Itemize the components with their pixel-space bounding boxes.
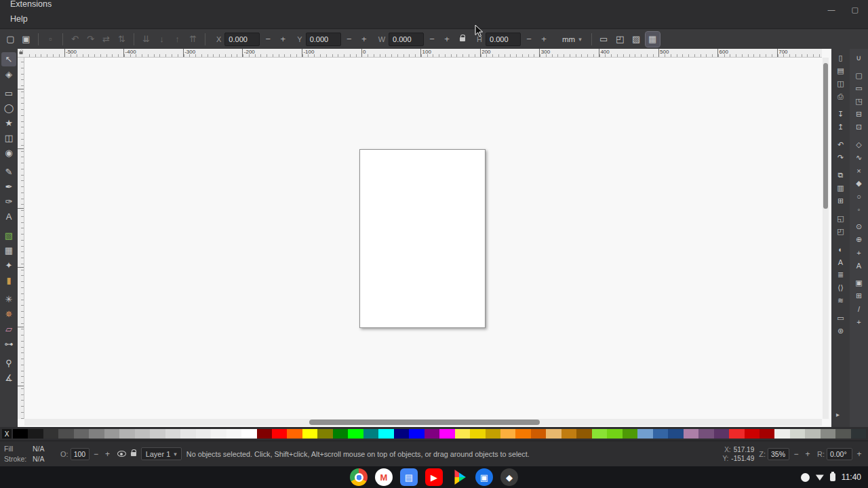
h-value-input[interactable]: 0.000 — [486, 33, 521, 46]
y-increase-button[interactable]: + — [357, 33, 371, 46]
minimize-icon[interactable]: — — [828, 5, 835, 14]
vertical-scrollbar[interactable] — [823, 58, 829, 419]
opacity-decrease-button[interactable]: − — [92, 448, 101, 460]
snap-others-toggle[interactable]: ⊙ — [852, 221, 866, 232]
palette-swatch[interactable] — [348, 429, 363, 439]
palette-swatch[interactable] — [425, 429, 439, 439]
copy-button[interactable]: ⧉ — [834, 169, 848, 181]
palette-swatch[interactable] — [394, 429, 409, 439]
snap-bbox-centers-toggle[interactable]: ⊡ — [852, 121, 866, 133]
horizontal-scrollbar[interactable] — [24, 419, 822, 426]
calligraphy-tool[interactable]: ✑ — [1, 195, 16, 209]
palette-swatch[interactable] — [531, 429, 546, 439]
selector-tool[interactable]: ↖ — [1, 52, 16, 66]
palette-swatch[interactable] — [745, 429, 760, 439]
palette-swatch[interactable] — [835, 429, 850, 439]
scale-stroke-width-toggle[interactable]: ▭ — [597, 32, 611, 47]
snap-bbox-corners-toggle[interactable]: ◳ — [852, 96, 866, 107]
layers-dialog-button[interactable]: ≣ — [834, 269, 848, 281]
zoom-tool[interactable]: ⚲ — [1, 356, 16, 370]
palette-swatch[interactable] — [439, 429, 454, 439]
import-button[interactable]: ↧ — [834, 108, 848, 120]
y-decrease-button[interactable]: − — [342, 33, 356, 46]
zoom-input[interactable]: 35% — [768, 448, 789, 460]
horizontal-scrollbar-thumb[interactable] — [309, 420, 540, 425]
dropper-tool[interactable]: ✦ — [1, 258, 16, 272]
palette-swatch[interactable] — [317, 429, 332, 439]
fill-stroke-indicator[interactable]: Fill N/A Stroke: N/A — [4, 445, 56, 463]
rotate-ccw-button[interactable]: ↶ — [68, 32, 82, 47]
palette-swatch[interactable] — [790, 429, 805, 439]
palette-swatch[interactable] — [668, 429, 683, 439]
palette-swatch[interactable] — [119, 429, 134, 439]
vertical-ruler[interactable] — [18, 58, 24, 419]
select-all-button[interactable]: ▢ — [3, 32, 18, 47]
vertical-scrollbar-thumb[interactable] — [823, 63, 828, 209]
no-color-swatch[interactable]: X — [2, 429, 12, 439]
app-chrome[interactable] — [350, 468, 368, 486]
palette-swatch[interactable] — [805, 429, 820, 439]
flip-vertical-button[interactable]: ⇅ — [115, 32, 129, 47]
rectangle-tool[interactable]: ▭ — [1, 86, 16, 100]
fill-stroke-dialog-button[interactable]: ◐ — [834, 243, 848, 255]
maximize-icon[interactable]: ▢ — [852, 5, 859, 14]
canvas[interactable] — [24, 58, 822, 419]
raise-button[interactable]: ↑ — [170, 32, 184, 47]
palette-swatch[interactable] — [684, 429, 698, 439]
xml-editor-button[interactable]: ⟨⟩ — [834, 282, 848, 293]
palette-swatch[interactable] — [287, 429, 302, 439]
app-inkscape[interactable]: ◆ — [500, 468, 518, 486]
snap-bbox-toggle[interactable]: ▢ — [852, 70, 866, 81]
palette-swatch[interactable] — [470, 429, 485, 439]
spiral-tool[interactable]: ◉ — [1, 146, 16, 160]
scale-rounded-corners-toggle[interactable]: ◰ — [613, 32, 627, 47]
flip-horizontal-button[interactable]: ⇄ — [99, 32, 113, 47]
rotate-cw-button[interactable]: ↷ — [83, 32, 98, 47]
app-play-store[interactable] — [450, 468, 468, 486]
palette-swatch[interactable] — [500, 429, 515, 439]
palette-swatch[interactable] — [135, 429, 150, 439]
palette-swatch[interactable] — [561, 429, 576, 439]
open-document-button[interactable]: ▤ — [834, 65, 848, 77]
align-distribute-button[interactable]: ≋ — [834, 295, 848, 306]
snap-smooth-nodes-toggle[interactable]: ○ — [852, 190, 866, 202]
app-google-docs[interactable]: ▤ — [400, 468, 418, 486]
snap-object-centers-toggle[interactable]: ⊕ — [852, 234, 866, 245]
snap-line-midpoints-toggle[interactable]: ◦ — [852, 203, 866, 215]
transform-gradients-toggle[interactable]: ▨ — [629, 32, 644, 47]
snap-guides-toggle[interactable]: / — [852, 303, 866, 314]
text-tool[interactable]: A — [1, 209, 16, 224]
palette-swatch[interactable] — [760, 429, 774, 439]
toolbar-overflow-button[interactable]: ▸ — [836, 411, 840, 418]
export-button[interactable]: ↥ — [834, 121, 848, 133]
eraser-tool[interactable]: ▱ — [1, 322, 16, 336]
redo-button[interactable]: ↷ — [834, 152, 848, 163]
lower-button[interactable]: ↓ — [155, 32, 169, 47]
palette-swatch[interactable] — [653, 429, 668, 439]
snap-bbox-edge-midpoints-toggle[interactable]: ⊟ — [852, 108, 866, 120]
node-tool[interactable]: ◈ — [1, 67, 16, 81]
w-increase-button[interactable]: + — [440, 33, 454, 46]
palette-swatch[interactable] — [714, 429, 729, 439]
app-gmail[interactable]: M — [375, 468, 393, 486]
transform-patterns-toggle[interactable]: ▦ — [646, 32, 660, 47]
horizontal-ruler[interactable]: -500-400-300-200-10001002003004005006007… — [24, 49, 822, 58]
system-tray[interactable]: 11:40 — [801, 466, 861, 488]
print-button[interactable]: ⎙ — [834, 91, 848, 102]
snap-cusp-nodes-toggle[interactable]: ◆ — [852, 178, 866, 189]
snap-master-toggle[interactable]: ∪ — [852, 52, 866, 64]
document-properties-button[interactable]: ▭ — [834, 312, 848, 324]
palette-swatch[interactable] — [729, 429, 744, 439]
palette-swatch[interactable] — [28, 429, 43, 439]
palette-swatch[interactable] — [774, 429, 789, 439]
document-page[interactable] — [359, 149, 486, 328]
tweak-tool[interactable]: ✳ — [1, 292, 16, 306]
layer-visibility-toggle[interactable] — [117, 451, 126, 457]
spray-tool[interactable]: ✵ — [1, 307, 16, 321]
snap-path-intersections-toggle[interactable]: × — [852, 165, 866, 176]
rotation-input[interactable]: 0.00° — [827, 448, 852, 460]
star-tool[interactable]: ★ — [1, 116, 16, 130]
palette-swatch[interactable] — [272, 429, 287, 439]
unit-dropdown[interactable]: mm ▾ — [557, 34, 587, 45]
w-value-input[interactable]: 0.000 — [389, 33, 424, 46]
